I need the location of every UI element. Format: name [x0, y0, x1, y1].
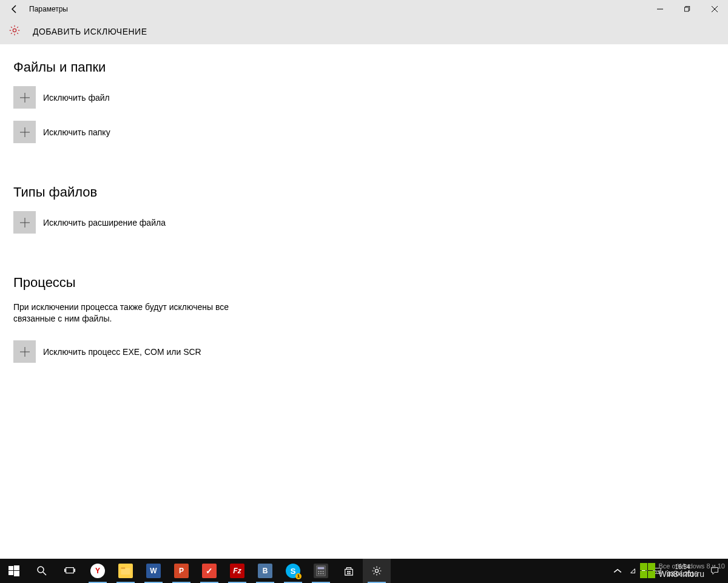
maximize-button[interactable]	[673, 0, 701, 18]
taskbar-app-todoist[interactable]: ✓	[195, 559, 223, 583]
taskbar-clock[interactable]: 16:54 03.06.2016	[664, 564, 701, 578]
svg-point-19	[323, 571, 324, 572]
taskbar-app-filezilla[interactable]: Fz	[223, 559, 251, 583]
exclude-file-label: Исключить файл	[43, 93, 110, 103]
todoist-icon: ✓	[202, 564, 217, 578]
language-icon[interactable]: РУС	[653, 567, 661, 575]
section-title-types: Типы файлов	[13, 184, 715, 200]
section-title-files: Файлы и папки	[13, 59, 715, 75]
chevron-up-icon	[613, 567, 622, 575]
add-button[interactable]	[13, 121, 36, 143]
yandex-icon: Y	[90, 564, 105, 578]
svg-rect-10	[66, 568, 74, 573]
search-icon	[36, 565, 47, 576]
svg-text:РУС: РУС	[653, 569, 661, 573]
svg-rect-5	[14, 565, 19, 570]
svg-rect-7	[14, 571, 19, 576]
windows-icon	[8, 565, 19, 576]
svg-rect-6	[8, 571, 13, 575]
taskbar-app-calculator[interactable]	[307, 559, 335, 583]
svg-point-17	[318, 571, 320, 572]
exclude-folder-row[interactable]: Исключить папку	[13, 121, 715, 143]
minimize-icon	[657, 6, 663, 12]
taskbar-app-store[interactable]	[335, 559, 363, 583]
folder-icon	[118, 564, 133, 578]
taskview-icon	[64, 565, 75, 576]
close-icon	[712, 6, 718, 12]
taskbar-app-word[interactable]: W	[140, 559, 167, 583]
exclude-extension-label: Исключить расширение файла	[43, 218, 166, 227]
plus-icon	[19, 127, 30, 138]
svg-point-20	[318, 573, 320, 575]
page-heading: ДОБАВИТЬ ИСКЛЮЧЕНИЕ	[33, 27, 147, 36]
svg-rect-4	[8, 566, 13, 570]
arrow-left-icon	[10, 4, 19, 14]
action-center-button[interactable]	[701, 567, 728, 575]
svg-point-3	[13, 29, 16, 32]
settings-gear-icon	[8, 24, 21, 39]
taskbar-app-settings[interactable]	[363, 559, 391, 583]
exclude-folder-label: Исключить папку	[43, 127, 110, 137]
exclude-file-row[interactable]: Исключить файл	[13, 86, 715, 109]
clock-time: 16:54	[667, 564, 698, 571]
plus-icon	[19, 346, 30, 357]
gear-icon	[369, 564, 384, 578]
taskbar: Y W P ✓ Fz B S 1	[0, 559, 728, 583]
add-button[interactable]	[13, 86, 36, 109]
plus-icon	[19, 92, 30, 103]
word-icon: W	[146, 564, 161, 578]
taskview-button[interactable]	[56, 559, 84, 583]
system-tray: РУС 16:54 03.06.2016	[609, 559, 728, 583]
page-header: ДОБАВИТЬ ИСКЛЮЧЕНИЕ	[0, 18, 728, 44]
svg-rect-12	[74, 568, 75, 571]
svg-point-22	[323, 573, 324, 575]
svg-point-27	[375, 569, 378, 572]
notification-icon	[710, 567, 719, 575]
taskbar-app-vk[interactable]: B	[251, 559, 279, 583]
search-button[interactable]	[28, 559, 56, 583]
close-button[interactable]	[701, 0, 728, 18]
taskbar-app-powerpoint[interactable]: P	[167, 559, 195, 583]
svg-rect-14	[121, 567, 126, 569]
svg-rect-11	[64, 568, 66, 571]
exclude-process-label: Исключить процесс EXE, COM или SCR	[43, 347, 201, 357]
taskbar-app-explorer[interactable]	[112, 559, 140, 583]
clock-date: 03.06.2016	[667, 571, 698, 578]
plus-icon	[19, 217, 30, 228]
section-title-processes: Процессы	[13, 275, 715, 291]
taskbar-app-yandex[interactable]: Y	[84, 559, 112, 583]
content-area: Файлы и папки Исключить файл Исключить п…	[0, 44, 728, 363]
svg-line-9	[43, 572, 46, 575]
tray-overflow-button[interactable]	[609, 567, 626, 575]
title-bar: Параметры	[0, 0, 728, 18]
exclude-extension-row[interactable]: Исключить расширение файла	[13, 211, 715, 234]
network-icon[interactable]	[629, 567, 637, 575]
maximize-icon	[684, 6, 690, 12]
processes-description: При исключении процесса также будут искл…	[13, 302, 256, 325]
window-title: Параметры	[29, 5, 68, 13]
svg-rect-26	[349, 573, 350, 574]
tray-icons: РУС	[626, 567, 664, 575]
minimize-button[interactable]	[646, 0, 673, 18]
svg-point-21	[320, 573, 322, 575]
filezilla-icon: Fz	[230, 564, 244, 578]
store-icon	[342, 564, 356, 578]
svg-point-8	[38, 567, 44, 573]
svg-rect-25	[347, 573, 348, 574]
svg-rect-2	[684, 7, 689, 12]
taskbar-app-skype[interactable]: S 1	[279, 559, 307, 583]
add-button[interactable]	[13, 340, 36, 363]
volume-icon[interactable]	[641, 567, 649, 575]
svg-rect-16	[318, 567, 325, 570]
exclude-process-row[interactable]: Исключить процесс EXE, COM или SCR	[13, 340, 715, 363]
back-button[interactable]	[0, 0, 29, 18]
add-button[interactable]	[13, 211, 36, 234]
window-controls	[646, 0, 728, 18]
svg-rect-24	[349, 571, 350, 572]
svg-rect-23	[347, 571, 348, 572]
powerpoint-icon: P	[174, 564, 189, 578]
calculator-icon	[314, 564, 328, 578]
start-button[interactable]	[0, 559, 28, 583]
vk-icon: B	[258, 564, 272, 578]
skype-icon: S 1	[286, 564, 300, 578]
